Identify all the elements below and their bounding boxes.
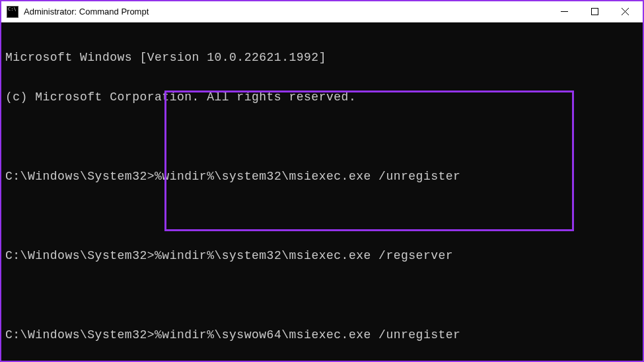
window-controls [549, 2, 640, 22]
terminal-blank-line [5, 206, 639, 226]
command-text: %windir%\syswow64\msiexec.exe /unregiste… [155, 328, 460, 342]
titlebar[interactable]: Administrator: Command Prompt [1, 1, 643, 22]
terminal-area[interactable]: Microsoft Windows [Version 10.0.22621.19… [1, 22, 643, 361]
terminal-command-line: C:\Windows\System32>%windir%\system32\ms… [5, 166, 639, 186]
cmd-icon [7, 6, 18, 18]
close-button[interactable] [610, 2, 640, 22]
minimize-button[interactable] [549, 2, 579, 22]
svg-rect-1 [591, 9, 598, 15]
terminal-command-line: C:\Windows\System32>%windir%\syswow64\ms… [5, 325, 639, 345]
prompt: C:\Windows\System32> [5, 249, 155, 262]
command-prompt-window: Administrator: Command Prompt Microsoft … [0, 0, 644, 362]
terminal-command-line: C:\Windows\System32>%windir%\system32\ms… [5, 246, 639, 266]
prompt: C:\Windows\System32> [5, 328, 155, 342]
maximize-button[interactable] [579, 2, 610, 22]
terminal-blank-line [5, 127, 639, 147]
command-text: %windir%\system32\msiexec.exe /unregiste… [155, 170, 460, 183]
command-text: %windir%\system32\msiexec.exe /regserver [155, 249, 453, 262]
terminal-header-line: Microsoft Windows [Version 10.0.22621.19… [5, 48, 639, 67]
terminal-header-line: (c) Microsoft Corporation. All rights re… [5, 87, 639, 107]
window-title: Administrator: Command Prompt [24, 7, 549, 17]
prompt: C:\Windows\System32> [5, 170, 155, 183]
terminal-blank-line [5, 285, 639, 305]
